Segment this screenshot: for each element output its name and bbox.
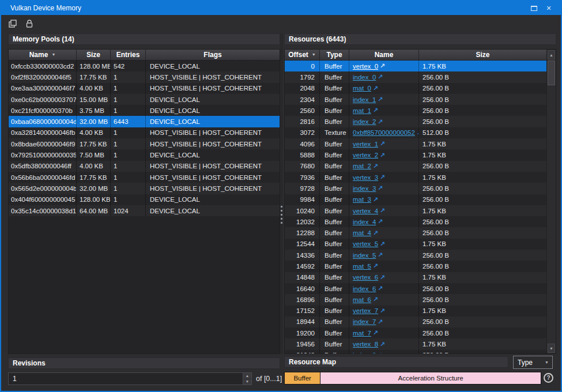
resource-row[interactable]: 0 Buffer vertex_0 ↗ 1.75 KB bbox=[285, 61, 556, 71]
resource-name-link[interactable]: vertex_8 bbox=[353, 341, 378, 348]
resource-name-link[interactable]: vertex_6 bbox=[353, 274, 378, 281]
resource-map-segment[interactable]: Buffer bbox=[284, 372, 320, 385]
resource-name-link[interactable]: vertex_1 bbox=[353, 141, 378, 148]
resource-name-link[interactable]: vertex_4 bbox=[353, 208, 378, 214]
column-header-resource-name[interactable]: Name bbox=[349, 50, 419, 61]
goto-resource-icon[interactable]: ↗ bbox=[380, 240, 385, 248]
memory-pool-row[interactable]: 0x8bdae600000046f9 17.75 KB 1 HOST_VISIB… bbox=[9, 138, 280, 149]
resource-name-link[interactable]: index_4 bbox=[353, 218, 376, 225]
goto-resource-icon[interactable]: ↗ bbox=[373, 85, 378, 92]
memory-pool-row[interactable]: 0xa3281400000046fb 4.00 KB 1 HOST_VISIBL… bbox=[9, 127, 280, 138]
resource-row[interactable]: 7680 Buffer mat_2 ↗ 256.00 B bbox=[285, 161, 556, 172]
resource-name-link[interactable]: mat_4 bbox=[353, 229, 371, 236]
goto-resource-icon[interactable]: ↗ bbox=[373, 262, 378, 270]
resource-row[interactable]: 2560 Buffer mat_1 ↗ 256.00 B bbox=[285, 105, 556, 116]
resource-row[interactable]: 19456 Buffer vertex_8 ↗ 1.75 KB bbox=[285, 338, 556, 349]
resource-row[interactable]: 12288 Buffer mat_4 ↗ 256.00 B bbox=[285, 227, 556, 238]
resource-row[interactable]: 2048 Buffer mat_0 ↗ 256.00 B bbox=[285, 83, 556, 94]
memory-pool-row[interactable]: 0x35c14c00000038d1 64.00 MB 1024 DEVICE_… bbox=[9, 205, 280, 216]
resource-row[interactable]: 9728 Buffer index_3 ↗ 256.00 B bbox=[285, 183, 556, 194]
float-window-button[interactable] bbox=[526, 2, 541, 14]
resource-row[interactable]: 7936 Buffer vertex_3 ↗ 1.75 KB bbox=[285, 172, 556, 183]
goto-resource-icon[interactable]: ↗ bbox=[373, 296, 378, 303]
resource-row[interactable]: 1792 Buffer index_0 ↗ 256.00 B bbox=[285, 71, 556, 82]
resource-map-segment[interactable]: Acceleration Structure bbox=[320, 372, 541, 385]
resource-name-link[interactable]: index_3 bbox=[353, 185, 376, 192]
goto-resource-icon[interactable]: ↗ bbox=[380, 62, 385, 70]
resource-name-link[interactable]: vertex_7 bbox=[353, 307, 378, 314]
resource-name-link[interactable]: index_7 bbox=[353, 318, 376, 325]
resource-row[interactable]: 17152 Buffer vertex_7 ↗ 1.75 KB bbox=[285, 306, 556, 316]
column-header-entries[interactable]: Entries bbox=[111, 50, 146, 61]
spin-up-button[interactable]: ▲ bbox=[243, 373, 251, 379]
goto-resource-icon[interactable]: ↗ bbox=[378, 285, 383, 292]
goto-resource-icon[interactable]: ↗ bbox=[373, 329, 378, 337]
resource-name-link[interactable]: 0xbff8570000000052 bbox=[353, 129, 415, 136]
goto-resource-icon[interactable]: ↗ bbox=[373, 229, 378, 237]
memory-pool-row[interactable]: 0x5dfb3800000046ff 4.00 KB 1 HOST_VISIBL… bbox=[9, 161, 280, 172]
column-header-size[interactable]: Size bbox=[77, 50, 111, 61]
goto-resource-icon[interactable]: ↗ bbox=[380, 152, 385, 159]
resource-row[interactable]: 14592 Buffer mat_5 ↗ 256.00 B bbox=[285, 261, 556, 272]
memory-pool-row[interactable]: 0xbaa068000000004d 32.00 MB 6443 DEVICE_… bbox=[9, 116, 280, 127]
resource-name-link[interactable]: mat_5 bbox=[353, 263, 371, 270]
resource-name-link[interactable]: vertex_3 bbox=[353, 174, 378, 181]
goto-resource-icon[interactable]: ↗ bbox=[378, 318, 383, 326]
resource-row[interactable]: 16896 Buffer mat_6 ↗ 256.00 B bbox=[285, 294, 556, 305]
revision-value[interactable]: 1 bbox=[9, 375, 243, 383]
goto-resource-icon[interactable]: ↗ bbox=[378, 184, 383, 192]
resource-row[interactable]: 2816 Buffer index_2 ↗ 256.00 B bbox=[285, 116, 556, 127]
resource-name-link[interactable]: index_2 bbox=[353, 118, 376, 125]
resource-row[interactable]: 16640 Buffer index_6 ↗ 256.00 B bbox=[285, 283, 556, 294]
goto-resource-icon[interactable]: ↗ bbox=[380, 174, 385, 181]
memory-pool-row[interactable]: 0x7925100000000035 7.50 MB 1 DEVICE_LOCA… bbox=[9, 149, 280, 160]
scrollbar-thumb[interactable] bbox=[548, 61, 555, 85]
goto-resource-icon[interactable]: ↗ bbox=[373, 196, 378, 203]
help-button[interactable]: ? bbox=[544, 373, 553, 383]
goto-resource-icon[interactable]: ↗ bbox=[380, 207, 385, 214]
resource-row[interactable]: 2304 Buffer index_1 ↗ 256.00 B bbox=[285, 94, 556, 105]
goto-resource-icon[interactable]: ↗ bbox=[378, 352, 383, 354]
memory-pool-row[interactable]: 0xe3aa3000000046f7 4.00 KB 1 HOST_VISIBL… bbox=[9, 83, 280, 94]
revision-spinbox[interactable]: 1 ▲ ▼ bbox=[8, 372, 252, 385]
resource-row[interactable]: 9984 Buffer mat_3 ↗ 256.00 B bbox=[285, 194, 556, 205]
goto-resource-icon[interactable]: ↗ bbox=[380, 307, 385, 315]
resource-row[interactable]: 3072 Texture 0xbff8570000000052 ↗ 512.00… bbox=[285, 127, 556, 138]
resource-name-link[interactable]: index_8 bbox=[353, 352, 376, 354]
close-window-button[interactable]: ✕ bbox=[541, 2, 556, 14]
resource-name-link[interactable]: index_0 bbox=[353, 74, 376, 81]
goto-resource-icon[interactable]: ↗ bbox=[373, 163, 378, 170]
resource-row[interactable]: 21248 Buffer index_8 ↗ 256.00 B bbox=[285, 350, 556, 354]
column-header-resource-size[interactable]: Size bbox=[419, 50, 547, 61]
resource-row[interactable]: 4096 Buffer vertex_1 ↗ 1.75 KB bbox=[285, 138, 556, 149]
resource-name-link[interactable]: vertex_5 bbox=[353, 240, 378, 247]
memory-pool-row[interactable]: 0xe0c62b0000003707 15.00 MB 1 DEVICE_LOC… bbox=[9, 94, 280, 105]
goto-resource-icon[interactable]: ↗ bbox=[380, 341, 385, 348]
memory-pool-row[interactable]: 0x565d2e000000004b 32.00 MB 1 HOST_VISIB… bbox=[9, 183, 280, 194]
resource-name-link[interactable]: vertex_2 bbox=[353, 152, 378, 159]
memory-pool-row[interactable]: 0xf2f83200000046f5 17.75 KB 1 HOST_VISIB… bbox=[9, 71, 280, 82]
resource-row[interactable]: 12544 Buffer vertex_5 ↗ 1.75 KB bbox=[285, 239, 556, 250]
goto-resource-icon[interactable]: ↗ bbox=[378, 118, 383, 126]
resource-name-link[interactable]: vertex_0 bbox=[353, 63, 378, 70]
spin-down-button[interactable]: ▼ bbox=[243, 379, 251, 385]
resource-row[interactable]: 18944 Buffer index_7 ↗ 256.00 B bbox=[285, 316, 556, 327]
resource-row[interactable]: 5888 Buffer vertex_2 ↗ 1.75 KB bbox=[285, 149, 556, 160]
resource-name-link[interactable]: mat_0 bbox=[353, 85, 371, 92]
goto-resource-icon[interactable]: ↗ bbox=[380, 274, 385, 281]
resource-name-link[interactable]: mat_7 bbox=[353, 330, 371, 337]
lock-button[interactable] bbox=[23, 17, 36, 30]
scroll-down-button[interactable]: ▼ bbox=[548, 344, 555, 353]
memory-pool-row[interactable]: 0x404f600000000045 128.00 KB 1 DEVICE_LO… bbox=[9, 194, 280, 205]
resource-row[interactable]: 10240 Buffer vertex_4 ↗ 1.75 KB bbox=[285, 205, 556, 216]
memory-pool-row[interactable]: 0xfccb330000003cd2 128.00 MB 542 DEVICE_… bbox=[9, 61, 280, 71]
resource-name-link[interactable]: index_6 bbox=[353, 285, 376, 292]
resource-row[interactable]: 12032 Buffer index_4 ↗ 256.00 B bbox=[285, 216, 556, 227]
resource-name-link[interactable]: index_5 bbox=[353, 252, 376, 259]
resource-row[interactable]: 14336 Buffer index_5 ↗ 256.00 B bbox=[285, 250, 556, 261]
panel-splitter[interactable] bbox=[280, 33, 283, 354]
goto-resource-icon[interactable]: ↗ bbox=[378, 218, 383, 225]
column-header-name[interactable]: Name▼ bbox=[9, 50, 77, 61]
column-header-type[interactable]: Type bbox=[320, 50, 349, 61]
resource-name-link[interactable]: mat_3 bbox=[353, 196, 371, 203]
